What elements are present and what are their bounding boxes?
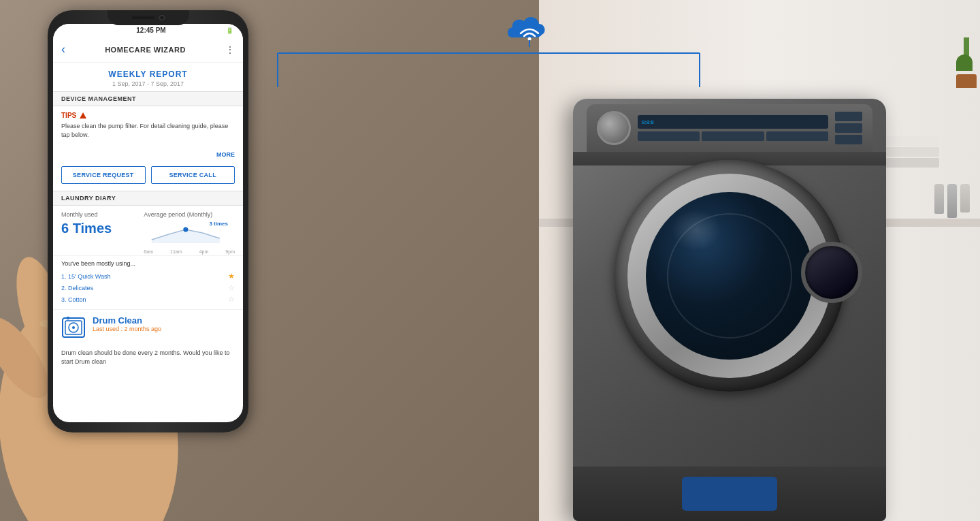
notch-camera	[159, 15, 165, 20]
back-button[interactable]: ‹	[61, 42, 65, 57]
soap-bottle	[934, 184, 944, 214]
notch-speaker	[131, 16, 155, 19]
more-link[interactable]: MORE	[53, 144, 243, 162]
laundry-stats: Monthly used 6 Times Average period (Mon…	[53, 206, 243, 255]
more-label[interactable]: MORE	[216, 151, 235, 158]
usage-item-2: 2. Delicates ☆	[61, 282, 235, 294]
plant-leaf	[956, 54, 973, 71]
svg-rect-20	[67, 317, 69, 319]
addwash-door	[801, 242, 862, 303]
control-display: 8:8:8	[638, 115, 828, 129]
drum-clean-title: Drum Clean	[93, 315, 235, 326]
report-title: WEEKLY REPORT	[53, 69, 243, 79]
tips-triangle-icon	[80, 112, 86, 119]
usage-item-1: 1. 15' Quick Wash ★	[61, 270, 235, 282]
chart-times-label: 3 times	[209, 221, 228, 227]
star-icon-1: ★	[228, 272, 235, 281]
chart-label-6am: 6am	[144, 249, 153, 254]
app-header: ‹ HOMECARE WIZARD ⋮	[53, 37, 243, 63]
tips-label: TIPS	[61, 112, 235, 119]
phone-body: 12:45 PM 🔋 ‹ HOMECARE WIZARD ⋮ WEEKLY RE…	[48, 10, 248, 432]
report-date: 1 Sep, 2017 - 7 Sep, 2017	[53, 80, 243, 87]
more-button[interactable]: ⋮	[225, 44, 235, 55]
laundry-diary-header: LAUNDRY DIARY	[53, 191, 243, 206]
ctrl-btn	[702, 131, 764, 141]
device-management-header: DEVICE MANAGEMENT	[53, 91, 243, 106]
machine-top-panel: 8:8:8	[587, 104, 872, 152]
bg-right: SAMSUNG 8:8:8	[539, 0, 980, 521]
controls-group: 8:8:8	[638, 115, 828, 141]
soap-bottle	[960, 184, 970, 212]
chart-label-4pm: 4pm	[199, 249, 209, 254]
battery-icon: 🔋	[226, 27, 233, 34]
status-bar: 12:45 PM 🔋	[53, 24, 243, 37]
phone-wrapper: 12:45 PM 🔋 ‹ HOMECARE WIZARD ⋮ WEEKLY RE…	[48, 10, 248, 432]
star-icon-3: ☆	[228, 295, 235, 304]
tips-text-label: TIPS	[61, 112, 76, 119]
drum-last-used: Last used : 2 months ago	[93, 326, 235, 332]
star-icon-2: ☆	[228, 283, 235, 292]
ctrl-btn	[638, 131, 700, 141]
drum-last-used-label: Last used :	[93, 326, 122, 332]
chart-container: 3 times 6am 11am	[144, 219, 235, 250]
door-inner-ring	[667, 213, 792, 338]
drum-clean-section: Drum Clean Last used : 2 months ago	[53, 309, 243, 345]
service-call-button[interactable]: SERVICE CALL	[151, 166, 235, 184]
usage-name-2: 2. Delicates	[61, 285, 93, 291]
monthly-used-label: Monthly used	[61, 211, 137, 218]
mostly-using-title: You've been mostly using...	[61, 260, 235, 267]
drum-info: Drum Clean Last used : 2 months ago	[93, 315, 235, 332]
status-time: 12:45 PM	[136, 27, 165, 34]
chart-label-9pm: 9pm	[225, 249, 235, 254]
report-section: WEEKLY REPORT 1 Sep, 2017 - 7 Sep, 2017	[53, 63, 243, 91]
phone-screen: 12:45 PM 🔋 ‹ HOMECARE WIZARD ⋮ WEEKLY RE…	[53, 24, 243, 422]
display-text: 8:8:8	[642, 119, 654, 125]
tips-section: TIPS Please clean the pump filter. For d…	[53, 106, 243, 144]
service-buttons: SERVICE REQUEST SERVICE CALL	[53, 162, 243, 191]
towel	[885, 136, 939, 146]
ctrl-btn	[835, 123, 862, 133]
towel-stack	[885, 136, 939, 177]
avg-period-section: Average period (Monthly) 3 times	[144, 211, 235, 250]
chart-label-11am: 11am	[170, 249, 182, 254]
drum-last-used-value: 2 months ago	[125, 326, 162, 332]
right-controls	[835, 112, 862, 144]
avg-period-label: Average period (Monthly)	[144, 211, 235, 218]
service-request-button[interactable]: SERVICE REQUEST	[61, 166, 146, 184]
door-glass	[646, 192, 813, 359]
app-title: HOMECARE WIZARD	[105, 46, 186, 54]
ctrl-btn	[835, 112, 862, 121]
plant	[956, 37, 977, 88]
plant-pot	[956, 74, 977, 88]
monthly-count: 6 Times	[61, 221, 137, 236]
ctrl-btn	[766, 131, 828, 141]
chart-x-labels: 6am 11am 4pm 9pm	[144, 249, 235, 254]
soap-bottle	[947, 184, 957, 218]
towel	[885, 147, 939, 157]
phone-notch	[108, 10, 189, 25]
usage-item-3: 3. Cotton ☆	[61, 294, 235, 305]
mostly-using-section: You've been mostly using... 1. 15' Quick…	[53, 255, 243, 309]
control-buttons	[638, 131, 828, 141]
machine-bottom-panel	[573, 467, 886, 521]
hand-phone-container: 12:45 PM 🔋 ‹ HOMECARE WIZARD ⋮ WEEKLY RE…	[0, 0, 415, 521]
washing-machine-body: SAMSUNG 8:8:8	[573, 99, 886, 521]
drum-clean-icon	[61, 315, 86, 340]
machine-bottom-display	[682, 477, 777, 511]
status-icons: 🔋	[226, 27, 233, 34]
monthly-used-section: Monthly used 6 Times	[61, 211, 137, 250]
control-dial	[597, 111, 631, 145]
usage-name-3: 3. Cotton	[61, 296, 86, 303]
usage-name-1: 1. 15' Quick Wash	[61, 273, 110, 280]
tips-content: Please clean the pump filter. For detail…	[61, 122, 235, 139]
svg-point-19	[72, 326, 75, 329]
washing-machine: SAMSUNG 8:8:8	[573, 99, 886, 521]
towel	[885, 158, 939, 168]
soap-bottles	[934, 184, 970, 218]
ctrl-btn	[835, 135, 862, 144]
drum-clean-desc: Drum clean should be done every 2 months…	[53, 349, 243, 370]
